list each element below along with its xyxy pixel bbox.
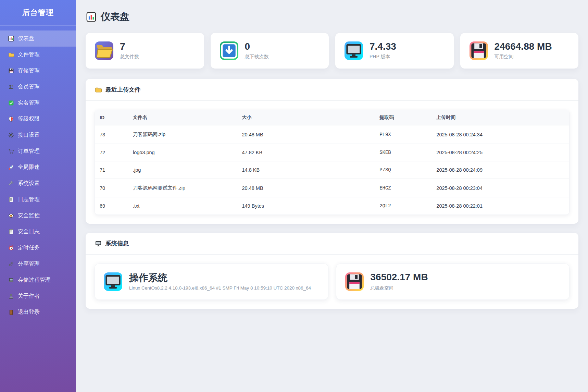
table-row: 72 logo3.png 47.82 KB SKEB 2025-08-28 00… (95, 144, 569, 161)
floppy-icon (8, 68, 14, 74)
recent-uploads-panel: 最近上传文件 ID 文件名 大小 提取码 上传时间 (86, 79, 578, 224)
cell-time: 2025-08-28 00:24:34 (431, 125, 569, 144)
sidebar-item-label: 文件管理 (18, 51, 40, 58)
sidebar-item-label: 定时任务 (18, 244, 40, 252)
down-arrow-icon (220, 41, 238, 60)
users-icon (8, 84, 14, 90)
stat-label: 可用空间 (495, 54, 552, 60)
rocket-icon (8, 164, 14, 170)
sidebar-item-10[interactable]: 日志管理 (0, 192, 76, 208)
monitor-icon (104, 272, 122, 291)
col-header-name: 文件名 (128, 110, 237, 125)
sidebar-menu: 仪表盘 文件管理 存储管理 会员管理 实名管理 等级权限 接口设置 订单管理 全… (0, 26, 76, 320)
sidebar-item-label: 分享管理 (18, 260, 40, 268)
laptop-icon (8, 277, 14, 283)
folder-icon (95, 86, 102, 93)
link-icon (8, 261, 14, 267)
sidebar-item-label: 订单管理 (18, 148, 40, 155)
sidebar-item-9[interactable]: 系统设置 (0, 175, 76, 192)
cell-id: 72 (95, 144, 128, 161)
cart-icon (8, 148, 14, 154)
sidebar-item-13[interactable]: 定时任务 (0, 240, 76, 256)
stat-value: 0 (245, 41, 269, 51)
cell-name: .jpg (128, 161, 237, 179)
os-card: 操作系统 Linux CentOs8.2.2 4.18.0-193.el8.x8… (95, 264, 328, 299)
sidebar-item-4[interactable]: 实名管理 (0, 95, 76, 111)
sidebar-item-label: 日志管理 (18, 196, 40, 203)
floppy-icon (470, 41, 488, 60)
cell-size: 47.82 KB (237, 144, 375, 161)
sidebar-item-7[interactable]: 订单管理 (0, 143, 76, 159)
sidebar-item-5[interactable]: 等级权限 (0, 111, 76, 127)
stats-row: 7 总文件数 0 总下载次数 7.4.33 PHP 版本 (86, 33, 578, 69)
cell-time: 2025-08-28 00:22:01 (431, 197, 569, 215)
cell-id: 73 (95, 125, 128, 144)
cell-name: .txt (128, 197, 237, 215)
os-title: 操作系统 (129, 273, 311, 283)
sidebar-item-label: 存储管理 (18, 67, 40, 74)
stat-card-php-version: 7.4.33 PHP 版本 (335, 33, 454, 69)
memo-icon (8, 197, 14, 203)
disk-value: 36502.17 MB (371, 272, 428, 282)
system-info-panel: 系统信息 操作系统 Linux CentOs8.2.2 4.18.0-193.e… (86, 233, 578, 308)
stat-card-free-space: 24664.88 MB 可用空间 (460, 33, 579, 69)
cell-time: 2025-08-28 00:24:25 (431, 144, 569, 161)
stat-value: 24664.88 MB (495, 41, 552, 51)
sidebar-item-label: 退出登录 (18, 309, 40, 316)
disk-card: 36502.17 MB 总磁盘空间 (336, 264, 570, 299)
sidebar-item-label: 安全监控 (18, 212, 40, 219)
stat-label: 总文件数 (120, 54, 139, 60)
stat-value: 7.4.33 (370, 41, 396, 51)
monitor-icon (95, 240, 102, 247)
sidebar-item-label: 等级权限 (18, 115, 40, 123)
sidebar-item-16[interactable]: 关于作者 (0, 288, 76, 304)
sidebar-item-1[interactable]: 文件管理 (0, 47, 76, 63)
sidebar-item-11[interactable]: 安全监控 (0, 208, 76, 224)
sidebar: 后台管理 仪表盘 文件管理 存储管理 会员管理 实名管理 等级权限 接口设置 订… (0, 0, 76, 392)
os-details: Linux CentOs8.2.2 4.18.0-193.el8.x86_64 … (129, 285, 311, 291)
sidebar-item-label: 存储过程管理 (18, 277, 51, 284)
sidebar-item-0[interactable]: 仪表盘 (0, 30, 76, 47)
sidebar-item-label: 仪表盘 (18, 35, 34, 42)
col-header-id: ID (95, 110, 128, 125)
cell-size: 20.48 MB (237, 125, 375, 144)
cell-code: PL9X (375, 125, 431, 144)
uploads-table: ID 文件名 大小 提取码 上传时间 73 刀客源码网.zip 20.48 MB… (95, 110, 569, 215)
table-row: 71 .jpg 14.8 KB P7SQ 2025-08-28 00:24:09 (95, 161, 569, 179)
sidebar-item-6[interactable]: 接口设置 (0, 127, 76, 143)
sidebar-item-8[interactable]: 全局限速 (0, 159, 76, 175)
cell-size: 20.48 MB (237, 179, 375, 197)
cell-id: 69 (95, 197, 128, 215)
cell-code: EHGZ (375, 179, 431, 197)
stat-value: 7 (120, 41, 139, 51)
sidebar-item-12[interactable]: 安全日志 (0, 224, 76, 240)
open-folder-icon (95, 41, 113, 60)
table-row: 69 .txt 149 Bytes 2QL2 2025-08-28 00:22:… (95, 197, 569, 215)
app-window: 后台管理 仪表盘 文件管理 存储管理 会员管理 实名管理 等级权限 接口设置 订… (0, 0, 588, 392)
sidebar-item-17[interactable]: 退出登录 (0, 304, 76, 320)
cell-time: 2025-08-28 00:23:04 (431, 179, 569, 197)
cell-size: 14.8 KB (237, 161, 375, 179)
sidebar-item-14[interactable]: 分享管理 (0, 256, 76, 272)
check-icon (8, 100, 14, 106)
sidebar-item-label: 关于作者 (18, 293, 40, 300)
cell-name: 刀客源码网.zip (128, 125, 237, 144)
folder-icon (8, 52, 14, 58)
alarm-icon (8, 245, 14, 251)
cell-code: SKEB (375, 144, 431, 161)
uploads-table-card: ID 文件名 大小 提取码 上传时间 73 刀客源码网.zip 20.48 MB… (95, 110, 570, 215)
monitor-icon (345, 41, 363, 60)
page-title-text: 仪表盘 (101, 10, 129, 23)
cell-name: logo3.png (128, 144, 237, 161)
sidebar-item-label: 接口设置 (18, 132, 40, 139)
person-icon (8, 293, 14, 299)
stat-label: 总下载次数 (245, 54, 269, 60)
sidebar-item-3[interactable]: 会员管理 (0, 79, 76, 95)
cell-code: P7SQ (375, 161, 431, 179)
sidebar-item-15[interactable]: 存储过程管理 (0, 272, 76, 288)
col-header-code: 提取码 (375, 110, 431, 125)
sidebar-item-2[interactable]: 存储管理 (0, 63, 76, 79)
system-info-header: 系统信息 (86, 233, 578, 255)
recent-uploads-title: 最近上传文件 (105, 86, 140, 94)
cell-name: 刀客源码网测试文件.zip (128, 179, 237, 197)
